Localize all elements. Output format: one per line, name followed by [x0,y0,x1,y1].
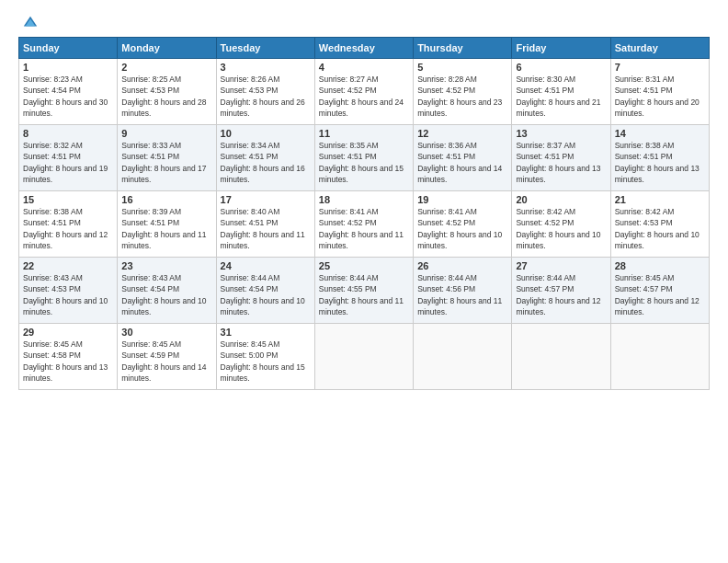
day-info: Sunrise: 8:45 AMSunset: 4:57 PMDaylight:… [615,273,700,316]
calendar-cell: 28 Sunrise: 8:45 AMSunset: 4:57 PMDaylig… [610,258,709,324]
day-number: 16 [121,194,211,205]
day-number: 29 [23,327,113,338]
day-info: Sunrise: 8:26 AMSunset: 4:53 PMDaylight:… [221,75,305,118]
calendar-cell: 23 Sunrise: 8:43 AMSunset: 4:54 PMDaylig… [118,258,216,324]
calendar-cell [610,324,709,390]
day-info: Sunrise: 8:25 AMSunset: 4:53 PMDaylight:… [121,75,206,118]
day-info: Sunrise: 8:28 AMSunset: 4:52 PMDaylight:… [417,75,502,118]
calendar-cell: 30 Sunrise: 8:45 AMSunset: 4:59 PMDaylig… [118,324,216,390]
day-number: 26 [417,260,507,271]
calendar-cell: 20 Sunrise: 8:42 AMSunset: 4:52 PMDaylig… [512,191,610,258]
day-info: Sunrise: 8:33 AMSunset: 4:51 PMDaylight:… [121,141,206,184]
day-number: 14 [615,128,705,139]
weekday-header: Wednesday [314,38,413,59]
day-info: Sunrise: 8:44 AMSunset: 4:57 PMDaylight:… [516,273,600,316]
weekday-header: Friday [512,38,610,59]
day-number: 28 [615,260,705,271]
day-number: 24 [221,260,311,271]
day-info: Sunrise: 8:44 AMSunset: 4:56 PMDaylight:… [417,273,502,316]
day-info: Sunrise: 8:41 AMSunset: 4:52 PMDaylight:… [417,207,502,250]
day-info: Sunrise: 8:36 AMSunset: 4:51 PMDaylight:… [417,141,502,184]
day-info: Sunrise: 8:45 AMSunset: 4:59 PMDaylight:… [121,339,206,383]
day-info: Sunrise: 8:23 AMSunset: 4:54 PMDaylight:… [23,75,108,118]
weekday-header: Thursday [414,38,512,59]
calendar-cell: 19 Sunrise: 8:41 AMSunset: 4:52 PMDaylig… [414,191,512,258]
day-info: Sunrise: 8:38 AMSunset: 4:51 PMDaylight:… [615,141,700,184]
day-number: 12 [417,128,507,139]
calendar-cell: 27 Sunrise: 8:44 AMSunset: 4:57 PMDaylig… [512,258,610,324]
calendar-cell: 1 Sunrise: 8:23 AMSunset: 4:54 PMDayligh… [19,59,118,125]
day-number: 10 [221,128,311,139]
calendar-cell: 14 Sunrise: 8:38 AMSunset: 4:51 PMDaylig… [610,125,709,191]
calendar-cell: 4 Sunrise: 8:27 AMSunset: 4:52 PMDayligh… [314,59,413,125]
calendar-cell: 8 Sunrise: 8:32 AMSunset: 4:51 PMDayligh… [19,125,118,191]
day-number: 15 [23,194,113,205]
calendar-row: 8 Sunrise: 8:32 AMSunset: 4:51 PMDayligh… [19,125,710,191]
calendar-cell: 3 Sunrise: 8:26 AMSunset: 4:53 PMDayligh… [216,59,314,125]
calendar-row: 1 Sunrise: 8:23 AMSunset: 4:54 PMDayligh… [19,59,710,125]
calendar-cell: 25 Sunrise: 8:44 AMSunset: 4:55 PMDaylig… [314,258,413,324]
day-number: 25 [319,260,409,271]
calendar-cell [414,324,512,390]
day-number: 2 [121,62,211,73]
day-info: Sunrise: 8:43 AMSunset: 4:53 PMDaylight:… [23,273,108,316]
calendar-cell: 22 Sunrise: 8:43 AMSunset: 4:53 PMDaylig… [19,258,118,324]
day-info: Sunrise: 8:45 AMSunset: 4:58 PMDaylight:… [23,339,108,383]
calendar-cell: 26 Sunrise: 8:44 AMSunset: 4:56 PMDaylig… [414,258,512,324]
calendar-cell: 2 Sunrise: 8:25 AMSunset: 4:53 PMDayligh… [118,59,216,125]
calendar-row: 29 Sunrise: 8:45 AMSunset: 4:58 PMDaylig… [19,324,710,390]
day-number: 30 [121,327,211,338]
day-info: Sunrise: 8:27 AMSunset: 4:52 PMDaylight:… [319,75,404,118]
day-number: 8 [23,128,113,139]
calendar-table: SundayMondayTuesdayWednesdayThursdayFrid… [18,37,710,390]
calendar-cell: 5 Sunrise: 8:28 AMSunset: 4:52 PMDayligh… [414,59,512,125]
day-number: 6 [516,62,606,73]
day-number: 13 [516,128,606,139]
calendar-cell: 13 Sunrise: 8:37 AMSunset: 4:51 PMDaylig… [512,125,610,191]
day-info: Sunrise: 8:32 AMSunset: 4:51 PMDaylight:… [23,141,108,184]
day-number: 18 [319,194,409,205]
calendar-cell: 11 Sunrise: 8:35 AMSunset: 4:51 PMDaylig… [314,125,413,191]
calendar-cell: 12 Sunrise: 8:36 AMSunset: 4:51 PMDaylig… [414,125,512,191]
page: SundayMondayTuesdayWednesdayThursdayFrid… [0,0,728,563]
day-number: 9 [121,128,211,139]
day-number: 27 [516,260,606,271]
calendar-header-row: SundayMondayTuesdayWednesdayThursdayFrid… [19,38,710,59]
calendar-cell: 10 Sunrise: 8:34 AMSunset: 4:51 PMDaylig… [216,125,314,191]
day-info: Sunrise: 8:37 AMSunset: 4:51 PMDaylight:… [516,141,600,184]
day-info: Sunrise: 8:31 AMSunset: 4:51 PMDaylight:… [615,75,700,118]
day-info: Sunrise: 8:40 AMSunset: 4:51 PMDaylight:… [221,207,305,250]
calendar-cell: 9 Sunrise: 8:33 AMSunset: 4:51 PMDayligh… [118,125,216,191]
calendar-row: 22 Sunrise: 8:43 AMSunset: 4:53 PMDaylig… [19,258,710,324]
calendar-cell [314,324,413,390]
day-info: Sunrise: 8:45 AMSunset: 5:00 PMDaylight:… [221,339,305,383]
calendar-cell [512,324,610,390]
calendar-cell: 17 Sunrise: 8:40 AMSunset: 4:51 PMDaylig… [216,191,314,258]
day-number: 4 [319,62,409,73]
calendar-cell: 7 Sunrise: 8:31 AMSunset: 4:51 PMDayligh… [610,59,709,125]
day-number: 3 [221,62,311,73]
weekday-header: Monday [118,38,216,59]
day-number: 23 [121,260,211,271]
logo [18,15,39,28]
calendar-cell: 31 Sunrise: 8:45 AMSunset: 5:00 PMDaylig… [216,324,314,390]
weekday-header: Saturday [610,38,709,59]
day-info: Sunrise: 8:30 AMSunset: 4:51 PMDaylight:… [516,75,600,118]
day-info: Sunrise: 8:39 AMSunset: 4:51 PMDaylight:… [121,207,206,250]
day-number: 1 [23,62,113,73]
day-number: 20 [516,194,606,205]
weekday-header: Tuesday [216,38,314,59]
calendar-cell: 6 Sunrise: 8:30 AMSunset: 4:51 PMDayligh… [512,59,610,125]
calendar-cell: 29 Sunrise: 8:45 AMSunset: 4:58 PMDaylig… [19,324,118,390]
day-info: Sunrise: 8:44 AMSunset: 4:54 PMDaylight:… [221,273,305,316]
day-info: Sunrise: 8:42 AMSunset: 4:53 PMDaylight:… [615,207,700,250]
header [18,15,710,28]
day-number: 5 [417,62,507,73]
day-number: 22 [23,260,113,271]
day-info: Sunrise: 8:44 AMSunset: 4:55 PMDaylight:… [319,273,404,316]
day-number: 7 [615,62,705,73]
day-number: 21 [615,194,705,205]
calendar-cell: 21 Sunrise: 8:42 AMSunset: 4:53 PMDaylig… [610,191,709,258]
day-number: 17 [221,194,311,205]
calendar-row: 15 Sunrise: 8:38 AMSunset: 4:51 PMDaylig… [19,191,710,258]
